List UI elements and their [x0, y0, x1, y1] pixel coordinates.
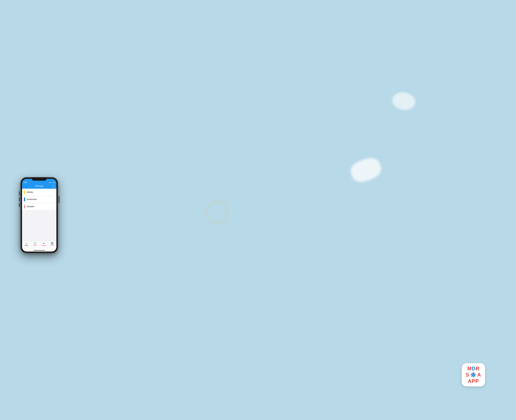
phone-notch — [32, 177, 47, 181]
svg-point-17 — [472, 374, 473, 375]
menu-list: Infectie › Syndromen › Visuelen › — [22, 189, 56, 210]
syndromen-label: Syndromen — [27, 198, 54, 201]
nav-bar: SOA app i — [22, 184, 56, 189]
svg-rect-6 — [471, 375, 472, 375]
app-icon-wrapper: M D R S — [462, 363, 485, 386]
info-button[interactable]: i — [52, 185, 55, 188]
infectie-color-indicator — [24, 190, 25, 194]
app-letter-A2: A — [477, 372, 481, 377]
app-letter-P1: P — [472, 379, 475, 384]
bg-decoration-white1 — [348, 155, 384, 185]
tab-about[interactable]: ℹ️ About — [48, 242, 56, 246]
app-letter-S: S — [466, 372, 469, 377]
svg-point-11 — [475, 373, 475, 374]
favorites-label: Favorites — [41, 245, 46, 246]
about-label: About — [51, 245, 54, 246]
menu-item-syndromen[interactable]: Syndromen › — [22, 196, 56, 203]
visuelen-color-indicator — [24, 205, 25, 209]
menu-item-visuelen[interactable]: Visuelen › — [22, 203, 56, 210]
app-icon-row3: A P P — [468, 379, 479, 384]
tab-bar: ⌂ Home 🔍 Search ♥ Favorites ℹ️ About — [22, 241, 56, 249]
search-icon: 🔍 — [34, 242, 36, 244]
nav-title: SOA app — [35, 185, 43, 187]
visuelen-label: Visuelen — [27, 205, 54, 208]
bg-decoration-ring — [205, 201, 228, 224]
svg-point-18 — [474, 374, 474, 375]
home-label: Home — [25, 245, 28, 246]
search-label: Search — [33, 245, 37, 246]
status-time: 4:35 — [24, 181, 27, 183]
menu-item-infectie[interactable]: Infectie › — [22, 189, 56, 196]
app-icon: M D R S — [462, 363, 485, 386]
infectie-chevron: › — [54, 191, 55, 193]
tab-home[interactable]: ⌂ Home — [22, 242, 31, 246]
syndromen-chevron: › — [54, 198, 55, 200]
favorites-icon: ♥ — [43, 242, 44, 244]
visuelen-chevron: › — [54, 206, 55, 208]
about-icon: ℹ️ — [51, 242, 53, 244]
syndromen-color-indicator — [24, 197, 25, 201]
svg-point-13 — [471, 376, 472, 377]
app-letter-A3: A — [468, 379, 472, 384]
app-letter-D: D — [472, 366, 476, 371]
svg-point-9 — [471, 373, 472, 374]
app-letter-R: R — [476, 366, 480, 371]
app-icon-row1: M D R — [467, 366, 479, 371]
infectie-label: Infectie — [27, 191, 54, 193]
content-area: Infectie › Syndromen › Visuelen › — [22, 189, 56, 241]
svg-point-19 — [473, 375, 474, 376]
svg-point-15 — [475, 376, 475, 377]
phone-screen: 4:35 ●●● ▲ ▮ SOA app i Infectie › — [22, 179, 56, 252]
wifi-icon: ▲ — [52, 182, 53, 183]
home-indicator — [22, 249, 56, 252]
app-virus-icon — [470, 371, 477, 378]
home-icon: ⌂ — [26, 242, 27, 244]
svg-rect-4 — [473, 376, 473, 377]
phone-mockup: 4:35 ●●● ▲ ▮ SOA app i Infectie › — [21, 177, 58, 253]
app-letter-M: M — [467, 366, 472, 371]
app-icon-row2: S — [466, 371, 481, 379]
signal-icon: ●●● — [49, 182, 52, 183]
tab-favorites[interactable]: ♥ Favorites — [39, 242, 48, 246]
tab-search[interactable]: 🔍 Search — [31, 242, 39, 246]
svg-rect-2 — [473, 373, 473, 374]
phone-outer-frame: 4:35 ●●● ▲ ▮ SOA app i Infectie › — [21, 177, 58, 253]
status-icons: ●●● ▲ ▮ — [49, 182, 55, 183]
home-bar — [33, 250, 45, 251]
svg-rect-8 — [474, 375, 475, 375]
battery-icon: ▮ — [54, 182, 55, 183]
bg-decoration-white2 — [391, 90, 417, 112]
app-letter-P2: P — [475, 379, 479, 384]
